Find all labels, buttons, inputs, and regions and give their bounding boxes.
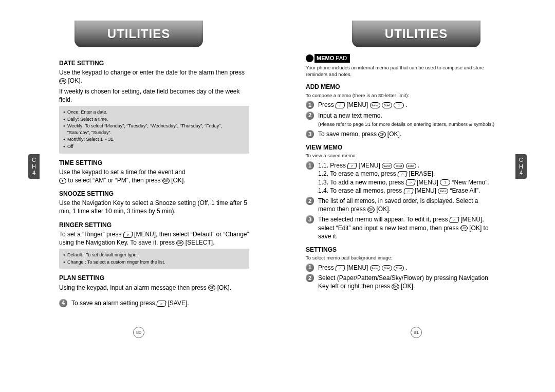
- key-9-icon: 9wxz: [370, 265, 380, 271]
- softkey-icon: ⌕: [397, 171, 408, 177]
- key-3-icon: 3def: [394, 265, 404, 271]
- page-number-81: 81: [411, 327, 422, 338]
- time-setting-body: Use the keypad to set a time for the eve…: [59, 168, 249, 184]
- header-tab-left: UTILITIES: [75, 21, 203, 47]
- key-9-icon: 9wxz: [370, 102, 380, 108]
- ok-icon: OK: [367, 207, 375, 213]
- softkey-icon: ⌕: [347, 163, 357, 169]
- key-2-icon: 2abc: [406, 163, 416, 169]
- add-memo-sub: To compose a memo (there is an 80-letter…: [306, 92, 496, 99]
- date-setting-body2: If weekly is chosen for setting, date fi…: [59, 87, 249, 104]
- softkey-icon: ⌕: [449, 217, 459, 223]
- date-setting-body1: Use the keypad to change or enter the da…: [59, 68, 249, 85]
- ringer-title: RINGER SETTING: [59, 221, 249, 229]
- plan-title: PLAN SETTING: [59, 274, 249, 282]
- page-80: UTILITIES C H 4 DATE SETTING Use the key…: [0, 0, 278, 392]
- date-setting-notes: Once: Enter a date. Daily: Select a time…: [59, 106, 249, 154]
- save-step: 4 To save an alarm setting press ⌕ [SAVE…: [59, 299, 249, 307]
- memo-intro: Your phone includes an internal memo pad…: [306, 65, 496, 78]
- badge-dot-icon: [306, 54, 313, 62]
- softkey-icon: ⌕: [335, 265, 345, 271]
- settings-title: SETTINGS: [306, 246, 496, 254]
- key-1-icon: 1: [440, 179, 450, 185]
- ok-icon: OK: [460, 225, 468, 231]
- ok-icon: OK: [162, 178, 170, 184]
- key-9-icon: 9wxz: [382, 163, 392, 169]
- view-step-1: 1 1.1. Press ⌕ [MENU] 9wxz 3def 2abc . 1…: [306, 161, 496, 195]
- snooze-title: SNOOZE SETTING: [59, 190, 249, 198]
- header-title-right: UTILITIES: [385, 27, 448, 41]
- key-1-icon: 1: [394, 102, 404, 108]
- snooze-body: Use the Navigation Key to select a Snooz…: [59, 199, 249, 215]
- down-icon: ▾: [59, 178, 66, 184]
- settings-sub: To select memo pad background image:: [306, 255, 496, 262]
- ringer-body: To set a “Ringer” press ⌕ [MENU], then s…: [59, 230, 249, 247]
- right-content: MEMO PAD Your phone includes an internal…: [306, 54, 496, 292]
- softkey-icon: ⌕: [405, 179, 415, 185]
- left-content: DATE SETTING Use the keypad to change or…: [59, 54, 249, 309]
- header-tab-right: UTILITIES: [352, 21, 480, 47]
- settings-step-2: 2 Select (Paper/Pattern/Sea/Sky/Flower) …: [306, 274, 496, 290]
- ok-icon: OK: [176, 240, 183, 246]
- page-81: UTILITIES C H 4 MEMO PAD Your phone incl…: [278, 0, 555, 392]
- chapter-label: C H: [28, 157, 40, 170]
- view-step-3: 3 The selected memo will appear. To edit…: [306, 215, 496, 240]
- add-step-1: 1 Press ⌕ [MENU] 9wxz 3def 1 .: [306, 101, 496, 109]
- key-3-icon: 3def: [382, 265, 392, 271]
- key-3-icon: 3def: [382, 102, 392, 108]
- softkey-icon: ⌕: [123, 232, 133, 238]
- settings-step-1: 1 Press ⌕ [MENU] 9wxz 3def 3def .: [306, 264, 496, 272]
- ok-icon: OK: [392, 284, 399, 290]
- add-memo-title: ADD MEMO: [306, 83, 496, 91]
- ok-icon: OK: [59, 78, 66, 84]
- chapter-tab-left: C H 4: [28, 154, 40, 179]
- chapter-num: 4: [28, 170, 40, 176]
- view-step-2: 2 The list of all memos, in saved order,…: [306, 197, 496, 213]
- date-setting-title: DATE SETTING: [59, 59, 249, 67]
- softkey-icon: ⌕: [335, 102, 345, 108]
- key-2-icon: 2abc: [438, 188, 448, 194]
- key-3-icon: 3def: [394, 163, 404, 169]
- ok-icon: OK: [208, 285, 215, 291]
- manual-spread: UTILITIES C H 4 DATE SETTING Use the key…: [0, 0, 555, 392]
- add-step-2: 2 Input a new text memo. (Please refer t…: [306, 111, 496, 128]
- time-setting-title: TIME SETTING: [59, 159, 249, 167]
- ok-icon: OK: [378, 132, 385, 138]
- ringer-notes: Default : To set default ringer type. Ch…: [59, 249, 249, 269]
- plan-body: Using the keypad, input an alarm message…: [59, 284, 249, 292]
- step-number-4: 4: [59, 299, 67, 307]
- header-title-left: UTILITIES: [107, 27, 170, 41]
- softkey-icon: ⌕: [156, 301, 166, 307]
- view-memo-title: VIEW MEMO: [306, 143, 496, 152]
- page-number-80: 80: [133, 327, 144, 338]
- chapter-tab-right: C H 4: [515, 154, 527, 179]
- memo-pad-badge: MEMO PAD: [306, 54, 350, 63]
- add-step-3: 3 To save memo, press OK [OK].: [306, 130, 496, 138]
- view-memo-sub: To view a saved memo:: [306, 153, 496, 159]
- softkey-icon: ⌕: [403, 188, 413, 194]
